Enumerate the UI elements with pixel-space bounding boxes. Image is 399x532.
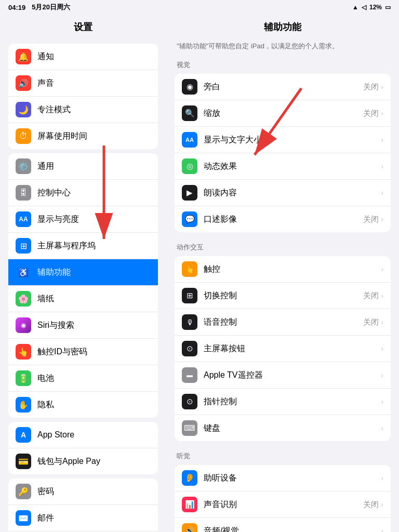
- mail-icon: ✉️: [16, 510, 31, 526]
- general-icon: ⚙️: [16, 158, 31, 174]
- sidebar-item-display[interactable]: AA 显示与亮度: [8, 206, 158, 233]
- item-label: 键盘: [204, 423, 381, 434]
- homescreen-icon: ⊞: [16, 238, 31, 254]
- displaytext-icon: AA: [182, 132, 197, 148]
- sidebar-item-label: 辅助功能: [37, 267, 71, 278]
- sidebar-item-battery[interactable]: 🔋 电池: [8, 365, 158, 392]
- sidebar-item-wallpaper[interactable]: 🌸 墙纸: [8, 286, 158, 312]
- main-layout: 设置 🔔 通知 🔊 声音 🌙 专注模式 ⏱ 屏幕使用时间: [0, 15, 399, 532]
- item-label: 口述影像: [204, 214, 363, 225]
- sidebar-item-label: 钱包与Apple Pay: [37, 456, 100, 467]
- sidebar-item-homescreen[interactable]: ⊞ 主屏幕与程序坞: [8, 233, 158, 259]
- item-label: 主屏幕按钮: [204, 343, 381, 354]
- content-item-soundrecognition[interactable]: 📊 声音识别 关闭 ›: [175, 491, 391, 518]
- sidebar-item-controlcenter[interactable]: 🎛 控制中心: [8, 180, 158, 206]
- item-value: 关闭: [363, 109, 379, 118]
- chevron-icon: ›: [381, 291, 383, 300]
- content-panel: 辅助功能 "辅助功能"可帮助您自定 iPad，以满足您的个人需求。 视觉 ◉ 旁…: [166, 15, 399, 532]
- content-item-pointercontrol[interactable]: ⊙ 指针控制 ›: [175, 389, 391, 415]
- sidebar-item-privacy[interactable]: ✋ 隐私: [8, 392, 158, 418]
- content-description: "辅助功能"可帮助您自定 iPad，以满足您的个人需求。: [166, 39, 399, 56]
- display-icon: AA: [16, 211, 31, 227]
- chevron-icon: ›: [381, 189, 383, 197]
- content-item-keyboard[interactable]: ⌨ 键盘 ›: [175, 415, 391, 441]
- item-value: 关闭: [363, 215, 379, 224]
- sidebar-item-label: Siri与搜索: [37, 320, 74, 331]
- sidebar-group-2: ⚙️ 通用 🎛 控制中心 AA 显示与亮度 ⊞ 主屏幕与程序坞 ♿ 辅助功: [8, 153, 158, 418]
- hearingdevices-icon: 👂: [182, 470, 197, 486]
- controlcenter-icon: 🎛: [16, 185, 31, 201]
- status-date: 5月20日周六: [32, 3, 70, 12]
- spokencontent-icon: ▶: [182, 185, 197, 201]
- sidebar-item-siri[interactable]: ◉ Siri与搜索: [8, 312, 158, 339]
- sidebar-item-appstore[interactable]: A App Store: [8, 422, 158, 448]
- sidebar-title: 设置: [0, 15, 166, 39]
- audiovideo-icon: 🔊: [182, 523, 197, 532]
- voiceover-icon: ◉: [182, 79, 197, 95]
- sidebar-item-notifications[interactable]: 🔔 通知: [8, 44, 158, 70]
- sidebar-item-label: App Store: [37, 430, 74, 440]
- content-item-appletvremote[interactable]: ▬ Apple TV遥控器 ›: [175, 362, 391, 389]
- sidebar-item-label: 主屏幕与程序坞: [37, 241, 96, 251]
- sidebar-item-label: 邮件: [37, 513, 54, 524]
- content-item-displaytext[interactable]: AA 显示与文字大小 ›: [175, 127, 391, 153]
- sidebar-item-label: 控制中心: [37, 188, 71, 198]
- item-label: 切换控制: [204, 290, 363, 301]
- content-item-audiovideo[interactable]: 🔊 音频/视觉 ›: [175, 518, 391, 532]
- content-item-spokencontent[interactable]: ▶ 朗读内容 ›: [175, 180, 391, 206]
- password-icon: 🔑: [16, 484, 31, 499]
- sidebar-item-accessibility[interactable]: ♿ 辅助功能: [8, 259, 158, 286]
- content-item-audiodescription[interactable]: 💬 口述影像 关闭 ›: [175, 206, 391, 232]
- sidebar-item-label: 通知: [37, 51, 54, 62]
- sidebar-item-general[interactable]: ⚙️ 通用: [8, 153, 158, 180]
- sidebar: 设置 🔔 通知 🔊 声音 🌙 专注模式 ⏱ 屏幕使用时间: [0, 15, 166, 532]
- sidebar-group-4: 🔑 密码 ✉️ 邮件 👤 通讯录: [8, 478, 158, 532]
- battery-percent: 12%: [369, 4, 382, 11]
- section-label-hearing: 听觉: [166, 447, 399, 463]
- sidebar-item-focus[interactable]: 🌙 专注模式: [8, 97, 158, 123]
- sidebar-item-label: 屏幕使用时间: [37, 131, 87, 142]
- appletvremote-icon: ▬: [182, 367, 197, 383]
- sidebar-item-screentime[interactable]: ⏱ 屏幕使用时间: [8, 123, 158, 149]
- item-label: 旁白: [204, 82, 363, 92]
- notifications-icon: 🔔: [16, 49, 31, 64]
- chevron-icon: ›: [381, 265, 383, 273]
- sidebar-item-label: 声音: [37, 78, 54, 89]
- content-item-motion[interactable]: ◎ 动态效果 ›: [175, 153, 391, 180]
- item-label: 动态效果: [204, 161, 381, 172]
- item-value: 关闭: [363, 500, 379, 510]
- siri-icon: ◉: [16, 317, 31, 333]
- content-item-switchcontrol[interactable]: ⊞ 切换控制 关闭 ›: [175, 283, 391, 309]
- item-label: 缩放: [204, 108, 363, 119]
- sidebar-item-sounds[interactable]: 🔊 声音: [8, 70, 158, 97]
- content-item-voicecontrol[interactable]: 🎙 语音控制 关闭 ›: [175, 309, 391, 336]
- sidebar-item-touchid[interactable]: 👆 触控ID与密码: [8, 339, 158, 365]
- item-label: 触控: [204, 264, 381, 275]
- sidebar-group-3: A App Store 💳 钱包与Apple Pay: [8, 422, 158, 474]
- switchcontrol-icon: ⊞: [182, 288, 197, 303]
- content-item-touch[interactable]: 👆 触控 ›: [175, 256, 391, 283]
- chevron-icon: ›: [381, 371, 383, 379]
- item-label: 助听设备: [204, 473, 381, 484]
- content-item-hearingdevices[interactable]: 👂 助听设备 ›: [175, 465, 391, 491]
- screentime-icon: ⏱: [16, 128, 31, 144]
- sidebar-item-label: 通用: [37, 161, 54, 172]
- content-title: 辅助功能: [166, 15, 399, 39]
- content-item-voiceover[interactable]: ◉ 旁白 关闭 ›: [175, 74, 391, 100]
- status-right: ▲ ◁ 12% ▭: [352, 4, 391, 11]
- sidebar-item-wallet[interactable]: 💳 钱包与Apple Pay: [8, 448, 158, 474]
- chevron-icon: ›: [381, 424, 383, 432]
- status-time: 04:19: [8, 4, 25, 11]
- sidebar-item-password[interactable]: 🔑 密码: [8, 478, 158, 505]
- content-item-homebutton[interactable]: ⊙ 主屏幕按钮 ›: [175, 336, 391, 362]
- item-label: 显示与文字大小: [204, 135, 381, 145]
- wallpaper-icon: 🌸: [16, 291, 31, 307]
- content-item-zoom[interactable]: 🔍 缩放 关闭 ›: [175, 100, 391, 127]
- item-label: 语音控制: [204, 317, 363, 328]
- status-bar: 04:19 5月20日周六 ▲ ◁ 12% ▭: [0, 0, 399, 15]
- sidebar-item-label: 触控ID与密码: [37, 347, 87, 357]
- sidebar-item-mail[interactable]: ✉️ 邮件: [8, 505, 158, 531]
- wallet-icon: 💳: [16, 454, 31, 469]
- item-label: 朗读内容: [204, 188, 381, 198]
- item-value: 关闭: [363, 82, 379, 92]
